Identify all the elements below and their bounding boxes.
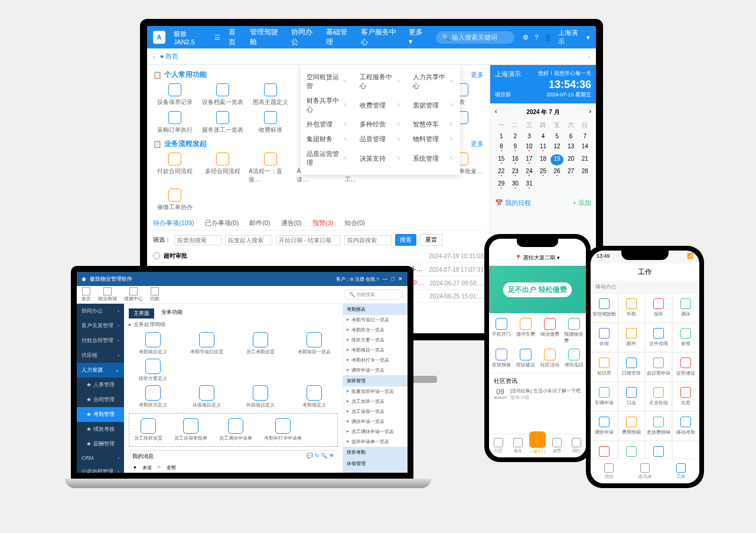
app-shortcut[interactable]: 物业缴费 <box>540 318 559 344</box>
dropdown-item[interactable]: 品质管理✎ <box>354 132 407 147</box>
add-schedule-button[interactable]: + 添加 <box>573 199 591 207</box>
sidebar-item[interactable]: 供应链› <box>77 348 124 363</box>
calendar-day[interactable]: 8 <box>495 142 508 153</box>
calendar-day[interactable]: 23 <box>509 167 522 178</box>
help-icon[interactable]: ? <box>535 34 538 41</box>
calendar-day[interactable]: 7 <box>578 132 591 141</box>
tab-item[interactable]: 一键开门 <box>528 434 548 457</box>
sidebar-item[interactable]: ★ 合同管理 <box>77 392 124 407</box>
work-app[interactable]: 休假 <box>591 323 618 352</box>
calendar-day[interactable]: 3 <box>523 132 536 141</box>
calendar-day[interactable]: 9 <box>509 142 522 153</box>
panel-item[interactable]: 考勤项目一览表 <box>343 345 408 355</box>
sidebar-item[interactable]: 客户关系管理› <box>77 318 124 333</box>
sidebar-item[interactable]: ★ 薪酬管理 <box>77 437 124 451</box>
function-item[interactable]: 采购订单执行 <box>153 111 196 134</box>
panel-header[interactable]: 加班管理 <box>343 375 408 386</box>
work-app[interactable]: 差旅费报销 <box>645 411 672 441</box>
dropdown-item[interactable]: 系统管理✎ <box>407 147 460 170</box>
maximize-icon[interactable]: □ <box>392 276 395 282</box>
lap-tab-main[interactable]: 主界面 <box>129 308 154 318</box>
app-shortcut[interactable]: 社区活动 <box>540 349 559 368</box>
sidebar-item[interactable]: 协同办公› <box>77 304 124 318</box>
work-app[interactable]: 移动考勤 <box>672 411 699 441</box>
sidebar-item[interactable]: ★ 考勤管理 <box>77 407 124 422</box>
calendar-day[interactable]: 30 <box>509 179 522 190</box>
tab-item[interactable]: 工作 <box>663 459 699 483</box>
panel-item[interactable]: 考勤节假日一览表 <box>343 315 408 325</box>
calendar-day[interactable]: 17 <box>523 154 536 165</box>
work-app[interactable]: 邮件 <box>618 323 645 352</box>
function-item[interactable]: 设备档案一览表 <box>201 83 244 106</box>
panel-item[interactable]: 值班申请单一览表 <box>343 437 408 447</box>
dropdown-item[interactable]: 工程服务中心✎ <box>354 70 407 93</box>
biz-flow-item[interactable]: 催缴工单协办 <box>153 188 196 212</box>
sidebar-item[interactable]: 公司内部管理› <box>77 464 124 473</box>
work-app[interactable]: 企业短信 <box>645 382 672 411</box>
panel-item[interactable]: 调班申请一览表 <box>343 365 408 375</box>
banner[interactable]: 足不出户 轻松缴费 <box>489 266 586 313</box>
sidebar-item[interactable]: 人力资源⌄ <box>77 363 124 378</box>
function-item[interactable]: 服务派工一览表 <box>201 111 244 134</box>
biz-flow-item[interactable]: A流程一：直接… <box>249 152 292 184</box>
work-app[interactable]: 调休 <box>672 293 699 323</box>
flow-node[interactable]: 考勤节假日设置 <box>183 332 230 355</box>
laptop-search[interactable]: 🔍 功能搜索 <box>344 290 403 300</box>
more-link[interactable]: 更多 <box>471 139 484 148</box>
task-tab[interactable]: 已办事项(0) <box>205 219 239 228</box>
toolbar-item[interactable]: 维服中心 <box>124 287 143 302</box>
calendar-day[interactable]: 11 <box>537 142 550 153</box>
search-button[interactable]: 搜索 <box>395 234 416 246</box>
panel-header[interactable]: 排班考勤 <box>343 447 408 458</box>
panel-item[interactable]: 考勤补打卡一览表 <box>343 355 408 365</box>
work-app[interactable]: 文件传阅 <box>645 323 672 352</box>
work-app[interactable]: 加班 <box>645 293 672 323</box>
tab-home[interactable]: ● 首页 <box>160 52 179 61</box>
calendar-day[interactable]: 10 <box>523 142 536 153</box>
work-app[interactable]: 知识库 <box>591 352 618 382</box>
dropdown-item[interactable]: 财务共享中心✎ <box>301 93 354 117</box>
function-item[interactable]: 设备保养记录 <box>153 83 196 106</box>
biz-flow-item[interactable]: 多经合同流程 <box>201 152 244 184</box>
task-tab[interactable]: 预警(3) <box>312 219 333 228</box>
nav-home[interactable]: 首页 <box>229 27 242 47</box>
function-item[interactable]: 图表主题定义 <box>249 83 292 106</box>
nav-dashboard[interactable]: 管理驾驶舱 <box>250 27 283 47</box>
close-icon[interactable]: ✕ <box>398 276 403 282</box>
lap-tab-biz[interactable]: 业务功能 <box>161 308 183 318</box>
support-icon[interactable]: ⚙ <box>523 34 529 41</box>
calendar-day[interactable]: 31 <box>523 179 536 190</box>
task-tab[interactable]: 邮件(0) <box>249 219 270 228</box>
cal-prev-icon[interactable]: ‹ <box>495 108 497 116</box>
hamburger-icon[interactable]: ☰ <box>214 34 220 41</box>
more-link[interactable]: 更多 <box>471 70 484 79</box>
dropdown-item[interactable]: 智慧停车✎ <box>407 117 460 132</box>
dropdown-item[interactable]: 多种经营✎ <box>354 117 407 132</box>
calendar-day[interactable]: 28 <box>578 167 591 178</box>
panel-item[interactable]: 员工调休申请一览表 <box>343 427 408 437</box>
calendar-day[interactable]: 14 <box>578 142 591 153</box>
calendar-day[interactable]: 27 <box>565 167 578 178</box>
calendar-day[interactable]: 26 <box>550 167 563 178</box>
work-app[interactable]: 调班申请 <box>591 411 618 441</box>
calendar-day[interactable]: 18 <box>537 154 550 165</box>
work-app[interactable]: 签报 <box>672 323 699 352</box>
flow-node[interactable]: 考勤补打卡申请单 <box>264 418 302 441</box>
toolbar-item[interactable]: 功能 <box>150 287 159 302</box>
panel-header[interactable]: 休假管理 <box>343 458 408 469</box>
cal-next-icon[interactable]: › <box>589 108 591 116</box>
app-shortcut[interactable]: 缴停车费 <box>516 318 535 344</box>
calendar-day[interactable]: 29 <box>495 179 508 190</box>
minimize-icon[interactable]: — <box>383 276 388 282</box>
flow-node[interactable]: 员工考勤设置 <box>236 332 284 355</box>
filter-content[interactable] <box>344 235 392 245</box>
work-app[interactable]: 日程安排 <box>618 352 645 382</box>
flow-node[interactable]: 员工休假审批单 <box>174 418 207 441</box>
panel-header[interactable]: 考勤核算 <box>343 469 408 473</box>
tab-prev-icon[interactable]: ‹ <box>153 53 155 60</box>
app-shortcut[interactable]: 投诉建议 <box>516 349 535 368</box>
sidebar-item[interactable]: CRM› <box>77 451 124 464</box>
calendar-day[interactable]: 12 <box>550 142 563 153</box>
work-app[interactable]: 车辆申请 <box>591 382 618 411</box>
panel-item[interactable]: 员工请假一览表 <box>343 407 408 417</box>
